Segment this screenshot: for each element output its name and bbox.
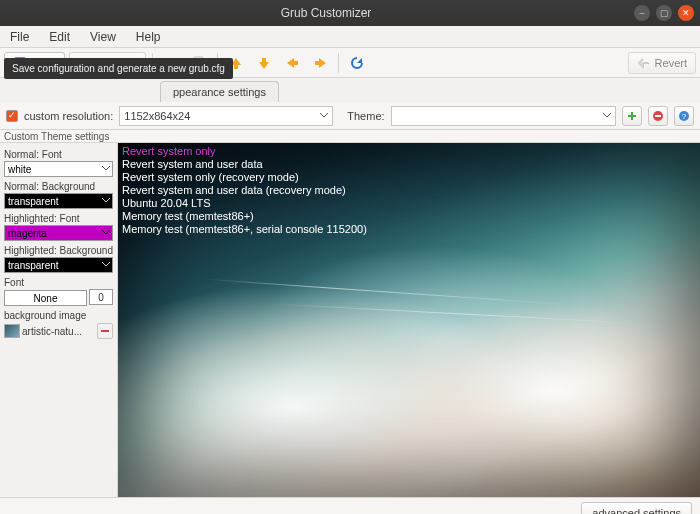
background-thumbnail[interactable] bbox=[4, 324, 20, 338]
background-remove-button[interactable] bbox=[97, 323, 113, 339]
background-filename: artistic-natu... bbox=[22, 326, 95, 337]
tabbar: ppearance settings bbox=[0, 78, 700, 102]
caret-down-icon bbox=[602, 110, 612, 120]
move-down-button[interactable] bbox=[252, 52, 276, 74]
window-title: Grub Customizer bbox=[24, 6, 628, 20]
caret-down-icon bbox=[101, 195, 111, 205]
grub-entry: Memory test (memtest86+) bbox=[122, 210, 367, 223]
theme-remove-button[interactable] bbox=[648, 106, 668, 126]
highlighted-bg-select[interactable]: transparent bbox=[4, 257, 113, 273]
font-size-value[interactable]: 0 bbox=[89, 289, 113, 305]
grub-entry: Memory test (memtest86+, serial console … bbox=[122, 223, 367, 236]
menu-file[interactable]: File bbox=[6, 28, 33, 46]
normal-font-select[interactable]: white bbox=[4, 161, 113, 177]
normal-bg-select[interactable]: transparent bbox=[4, 193, 113, 209]
help-icon: ? bbox=[678, 110, 690, 122]
menubar: File Edit View Help bbox=[0, 26, 700, 48]
move-left-button[interactable] bbox=[280, 52, 304, 74]
theme-label: Theme: bbox=[347, 110, 384, 122]
svg-text:?: ? bbox=[682, 112, 687, 121]
save-tooltip: Save configuration and generate a new gr… bbox=[4, 58, 233, 79]
minus-icon bbox=[100, 326, 110, 336]
main-area: Normal: Font white Normal: Background tr… bbox=[0, 143, 700, 497]
highlighted-font-select[interactable]: magenta bbox=[4, 225, 113, 241]
resolution-row: custom resolution: 1152x864x24 Theme: ? bbox=[0, 102, 700, 130]
arrow-left-icon bbox=[285, 56, 299, 70]
theme-add-button[interactable] bbox=[622, 106, 642, 126]
menu-view[interactable]: View bbox=[86, 28, 120, 46]
custom-resolution-checkbox[interactable] bbox=[6, 110, 18, 122]
titlebar: Grub Customizer – ▢ ✕ bbox=[0, 0, 700, 26]
grub-entry: Revert system and user data (recovery mo… bbox=[122, 184, 367, 197]
window-close-button[interactable]: ✕ bbox=[678, 5, 694, 21]
grub-entry: Revert system only (recovery mode) bbox=[122, 171, 367, 184]
custom-resolution-label: custom resolution: bbox=[24, 110, 113, 122]
normal-bg-label: Normal: Background bbox=[4, 181, 113, 192]
menu-edit[interactable]: Edit bbox=[45, 28, 74, 46]
svg-rect-7 bbox=[655, 115, 661, 117]
plus-icon bbox=[626, 110, 638, 122]
caret-down-icon bbox=[101, 163, 111, 173]
arrow-down-icon bbox=[257, 56, 271, 70]
theme-sidebar: Normal: Font white Normal: Background tr… bbox=[0, 143, 118, 497]
background-image-label: background image bbox=[4, 310, 113, 321]
grub-menu-text: Revert system only Revert system and use… bbox=[122, 145, 367, 236]
reload-button[interactable] bbox=[345, 52, 369, 74]
custom-theme-section-label: Custom Theme settings bbox=[4, 129, 109, 144]
highlighted-bg-label: Highlighted: Background bbox=[4, 245, 113, 256]
advanced-settings-button[interactable]: advanced settings bbox=[581, 502, 692, 515]
theme-help-button[interactable]: ? bbox=[674, 106, 694, 126]
menu-help[interactable]: Help bbox=[132, 28, 165, 46]
grub-entry: Ubuntu 20.04 LTS bbox=[122, 197, 367, 210]
window-minimize-button[interactable]: – bbox=[634, 5, 650, 21]
normal-font-label: Normal: Font bbox=[4, 149, 113, 160]
grub-entry-highlighted: Revert system only bbox=[122, 145, 367, 158]
stop-icon bbox=[652, 110, 664, 122]
window-maximize-button[interactable]: ▢ bbox=[656, 5, 672, 21]
caret-down-icon bbox=[101, 227, 111, 237]
highlighted-font-label: Highlighted: Font bbox=[4, 213, 113, 224]
theme-combo[interactable] bbox=[391, 106, 616, 126]
font-label: Font bbox=[4, 277, 113, 288]
grub-entry: Revert system and user data bbox=[122, 158, 367, 171]
grub-preview: Revert system only Revert system and use… bbox=[118, 143, 700, 497]
revert-label: Revert bbox=[655, 57, 687, 69]
tab-appearance[interactable]: ppearance settings bbox=[160, 81, 279, 102]
caret-down-icon bbox=[101, 259, 111, 269]
font-name-select[interactable]: None bbox=[4, 290, 87, 306]
resolution-value: 1152x864x24 bbox=[124, 110, 190, 122]
arrow-right-icon bbox=[313, 56, 327, 70]
move-right-button[interactable] bbox=[308, 52, 332, 74]
svg-rect-10 bbox=[101, 330, 109, 332]
resolution-combo[interactable]: 1152x864x24 bbox=[119, 106, 333, 126]
revert-button[interactable]: Revert bbox=[628, 52, 696, 74]
caret-down-icon bbox=[319, 110, 329, 120]
footer: advanced settings bbox=[0, 497, 700, 514]
revert-icon bbox=[637, 56, 651, 70]
reload-icon bbox=[349, 55, 365, 71]
